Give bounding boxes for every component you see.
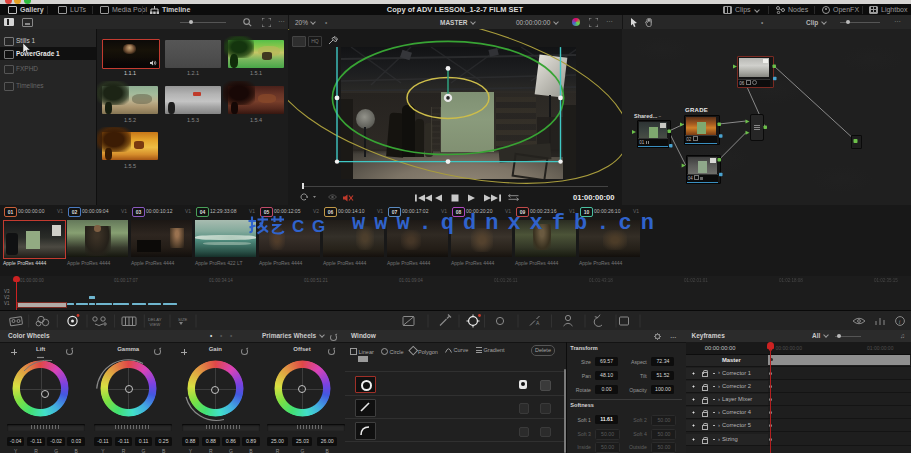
svg-text:SIZE: SIZE [178,317,188,322]
svg-text:C: C [292,217,304,236]
svg-text:A: A [536,320,540,326]
svg-text:G: G [312,217,325,236]
svg-text:VIEW: VIEW [150,322,161,327]
svg-text:i: i [899,319,901,325]
